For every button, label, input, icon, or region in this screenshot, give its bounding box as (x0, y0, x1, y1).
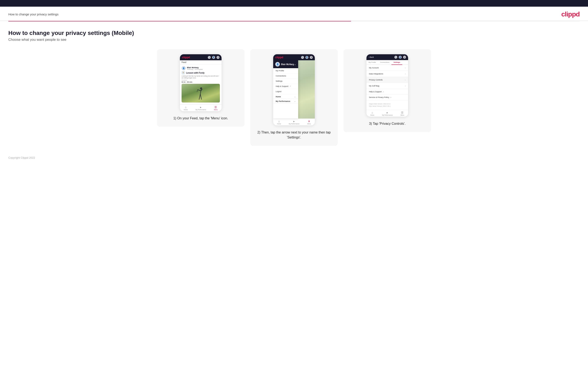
phone1-logo: clippd (182, 56, 190, 59)
tab-settings: Settings (391, 60, 402, 65)
logo: clippd (561, 10, 580, 18)
performance-icon: ▸ (200, 106, 202, 109)
user-icon-3: 👤 (399, 56, 402, 59)
settings-icon: ⚙ (216, 56, 219, 59)
step-1-caption: 1) On your Feed, tap the 'Menu' icon. (173, 116, 228, 121)
bottom-home-label-2: Home (277, 123, 281, 125)
phone2-navbar: clippd 🔍 👤 ⚙ (273, 54, 315, 60)
phone2-logo: clippd (275, 56, 283, 59)
privacy-controls-label: Privacy Controls (369, 79, 383, 81)
menu-section-performance: My Performance ⌄ (273, 99, 298, 103)
phone-mockup-2: clippd 🔍 👤 ⚙ (273, 54, 315, 125)
bottom-performance-label-3: My Performance (382, 114, 393, 116)
list-item-data-integrations: Data Integrations › (366, 71, 408, 77)
step-card-3: ‹ Back 🔍 👤 ⚙ My Profile Connections Sett… (344, 49, 431, 132)
phone3-version: Clippd Client Version: 2022.8.3-3 GQL Se… (366, 100, 408, 110)
bottom-menu-2: ✕ Menu (307, 120, 311, 125)
phone-mockup-1: clippd 🔍 👤 ⚙ Feed 👤 Blair McHarg (180, 54, 222, 111)
svg-line-5 (199, 94, 200, 100)
phone3-back-bar: ‹ Back 🔍 👤 ⚙ (366, 54, 408, 60)
menu-icon: ☰ (215, 106, 217, 109)
menu-section-home: Home ⌄ (273, 94, 298, 99)
list-item-privacy-controls: Privacy Controls › (366, 77, 408, 83)
feed-username: Blair McHarg (187, 67, 203, 69)
feed-duration-label: Duration (182, 79, 220, 81)
home-icon-2: ⌂ (278, 120, 280, 123)
menu-user-row: 👤 Blair McHarg ⌄ (273, 60, 298, 68)
menu-section-home-label: Home (276, 96, 281, 98)
home-icon-3: ⌂ (372, 111, 373, 114)
menu-user-info: 👤 Blair McHarg (275, 62, 294, 67)
home-icon: ⌂ (185, 106, 187, 109)
bottom-performance-3: ▸ My Performance (382, 111, 393, 116)
main-content: How to change your privacy settings (Mob… (0, 21, 588, 150)
privacy-controls-chevron: › (405, 79, 406, 81)
list-item-help-support: Help & Support ➚ (366, 89, 408, 95)
menu-item-connections: Connections (273, 73, 298, 79)
bottom-home-label: Home (184, 109, 188, 110)
svg-point-0 (200, 87, 202, 89)
user-icon: 👤 (212, 56, 215, 59)
phone3-tabs: My Profile Connections Settings (366, 60, 408, 65)
bottom-home: ⌂ Home (184, 106, 188, 110)
menu-section-performance-chevron: ⌄ (294, 100, 296, 102)
my-account-label: My Account (369, 67, 379, 69)
list-item-my-account: My Account › (366, 65, 408, 71)
phone3-bottom-bar: ⌂ Home ▸ My Performance ☰ Menu (366, 110, 408, 117)
bottom-home-2: ⌂ Home (277, 120, 281, 125)
bottom-home-3: ⌂ Home (370, 111, 374, 116)
feed-lesson-desc: Looking to feel like my hands are exitin… (182, 75, 220, 79)
bottom-home-label-3: Home (370, 114, 374, 116)
feed-lesson-title: Lesson with Fordy (186, 72, 205, 74)
performance-icon-3: ▸ (387, 111, 388, 114)
menu-item-help: Help & Support ➚ (273, 84, 298, 89)
privacy-external-icon: ➚ (390, 97, 391, 98)
phone2-body: 👤 Blair McHarg ⌄ My Profile Connections … (273, 60, 315, 118)
bottom-menu: ☰ Menu (214, 106, 218, 110)
menu-item-logout: Logout (273, 89, 298, 94)
header: How to change your privacy settings clip… (0, 7, 588, 21)
data-integrations-chevron: › (405, 73, 406, 75)
golfer-silhouette (197, 87, 205, 102)
feed-lesson-row: 🏋 Lesson with Fordy (182, 71, 220, 75)
bottom-performance: ▸ My Performance (196, 106, 206, 110)
step-card-2: clippd 🔍 👤 ⚙ (250, 49, 338, 146)
menu-item-settings: Settings (273, 79, 298, 84)
bottom-performance-label-2: My Performance (289, 123, 299, 125)
svg-line-6 (200, 94, 202, 100)
step-2-caption: 2) Then, tap the arrow next to your name… (255, 130, 333, 140)
my-golf-bag-chevron: › (405, 85, 406, 87)
bottom-menu-label-2: Menu (307, 123, 311, 125)
steps-row: clippd 🔍 👤 ⚙ Feed 👤 Blair McHarg (8, 49, 580, 146)
phone1-navbar: clippd 🔍 👤 ⚙ (180, 54, 222, 60)
menu-icon-3: ☰ (401, 111, 404, 114)
top-bar (0, 0, 588, 7)
menu-username: Blair McHarg (281, 63, 294, 66)
feed-avatar: 👤 (182, 66, 186, 70)
external-icon: ➚ (290, 85, 291, 87)
my-golf-bag-label: My Golf Bag (369, 85, 379, 87)
step-card-1: clippd 🔍 👤 ⚙ Feed 👤 Blair McHarg (157, 49, 244, 127)
menu-close-icon: ✕ (308, 120, 310, 123)
page-heading: How to change your privacy settings (Mob… (8, 30, 580, 36)
version-line-1: Clippd Client Version: 2022.8.3-3 (369, 103, 406, 105)
user-icon-2: 👤 (305, 56, 308, 59)
menu-item-profile: My Profile (273, 68, 298, 73)
bottom-menu-label-3: Menu (401, 114, 404, 116)
bottom-menu-3: ☰ Menu (401, 111, 404, 116)
feed-duration-val: 01 hr : 30 min (182, 81, 220, 83)
step-3-caption: 3) Tap 'Privacy Controls'. (369, 121, 406, 126)
header-title: How to change your privacy settings (8, 12, 59, 16)
my-account-chevron: › (405, 67, 406, 69)
lesson-icon: 🏋 (182, 71, 185, 75)
bottom-performance-label: My Performance (196, 109, 206, 110)
menu-section-performance-label: My Performance (276, 100, 290, 102)
version-line-2: GQL Server Version: 2022.7.30-1 (369, 105, 406, 107)
search-icon-2: 🔍 (301, 56, 304, 59)
service-privacy-label: Service & Privacy Policy ➚ (369, 96, 391, 98)
list-item-my-golf-bag: My Golf Bag › (366, 83, 408, 89)
phone1-nav-icons: 🔍 👤 ⚙ (208, 56, 219, 59)
svg-line-2 (198, 90, 201, 91)
phone2-nav-icons: 🔍 👤 ⚙ (301, 56, 313, 59)
data-integrations-label: Data Integrations (369, 73, 383, 75)
